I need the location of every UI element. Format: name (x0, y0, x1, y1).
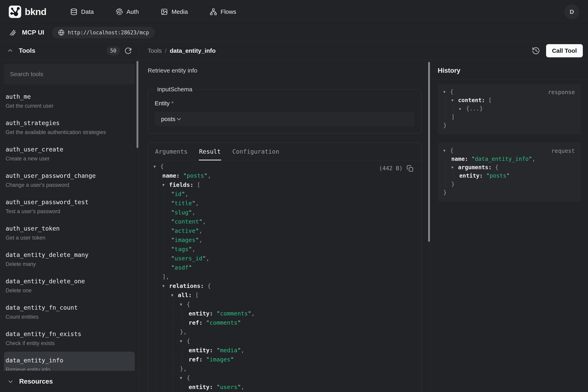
json-line: "active", (154, 226, 414, 235)
sidebar-tool-item[interactable]: data_entity_infoRetrieve entity info (4, 352, 135, 370)
tool-description: Check if entity exists (5, 340, 133, 346)
resources-section-header[interactable]: Resources (0, 370, 139, 392)
sidebar-tool-item[interactable]: data_entity_fn_existsCheck if entity exi… (4, 325, 135, 352)
json-punctuation: [ (488, 97, 492, 104)
indent-guide (154, 382, 162, 392)
sidebar-tool-item[interactable]: auth_meGet the current user (4, 88, 135, 114)
entity-select[interactable]: posts (155, 112, 414, 126)
nav-item-flows[interactable]: Flows (210, 8, 236, 16)
json-line: entity: "media", (154, 346, 414, 355)
nav-item-auth[interactable]: Auth (116, 8, 139, 16)
sidebar-scrollbar[interactable] (137, 61, 138, 148)
content: Tools 50 auth_meGet the current userauth… (0, 42, 588, 392)
tab-arguments[interactable]: Arguments (155, 143, 188, 160)
tab-result[interactable]: Result (199, 143, 221, 160)
json-string-value: slug (175, 209, 189, 216)
copy-icon[interactable] (406, 165, 413, 172)
expanded-toggle-icon[interactable]: ▼ (162, 281, 169, 290)
sidebar-tool-item[interactable]: auth_user_tokenGet a user token (4, 220, 135, 246)
json-line: } (443, 180, 575, 188)
expanded-toggle-icon[interactable]: ▼ (154, 162, 160, 171)
sidebar-tool-item[interactable]: auth_strategiesGet the available authent… (4, 114, 135, 141)
expanded-toggle-icon[interactable]: ▼ (180, 300, 187, 309)
user-avatar[interactable]: D (565, 4, 579, 19)
mcp-title: MCP UI (22, 29, 44, 36)
json-punctuation: [ (195, 292, 198, 298)
expanded-toggle-icon[interactable]: ▼ (451, 96, 458, 104)
indent-guide (154, 309, 162, 318)
chevron-down-icon (7, 378, 14, 385)
call-tool-button[interactable]: Call Tool (546, 44, 583, 57)
tab-bar: Arguments Result Configuration (148, 143, 421, 161)
brand[interactable]: bknd (9, 6, 46, 18)
json-punctuation: , (196, 200, 199, 206)
sidebar-tool-item[interactable]: data_entity_delete_oneDelete one (4, 272, 135, 299)
history-icon[interactable] (532, 46, 540, 55)
json-line: ref: "users" (154, 392, 414, 392)
tool-search[interactable] (4, 64, 135, 84)
json-line: ▼relations: { (154, 281, 414, 290)
indent-guide (443, 163, 451, 172)
sidebar-tool-item[interactable]: auth_user_password_changeChange a user's… (4, 167, 135, 194)
sidebar-tool-item[interactable]: auth_user_createCreate a new user (4, 141, 135, 167)
json-tree: ▼{name: "posts",▼fields: ["id","title","… (154, 162, 414, 392)
expanded-toggle-icon[interactable]: ▼ (180, 373, 187, 382)
expanded-toggle-icon[interactable]: ▼ (443, 146, 450, 155)
nav-item-media[interactable]: Media (161, 8, 188, 16)
sidebar-tool-item[interactable]: auth_user_password_testTest a user's pas… (4, 194, 135, 220)
tool-name: data_entity_delete_many (5, 251, 133, 258)
indent-guide (171, 309, 180, 318)
json-line: } (443, 121, 575, 130)
indent-guide (154, 208, 162, 217)
expanded-toggle-icon[interactable]: ▼ (451, 163, 458, 172)
tool-description: Count entities (5, 314, 133, 320)
tool-detail: Retrieve entity info InputSchema Entity*… (139, 60, 430, 392)
json-line: ref: "comments" (154, 318, 414, 327)
json-string-value: active (175, 227, 196, 234)
json-string-value: asdf (175, 264, 189, 271)
expanded-toggle-icon[interactable]: ▼ (171, 290, 178, 300)
tool-name: auth_me (5, 93, 133, 100)
json-line: ▼{ (154, 373, 414, 382)
main-scrollbar[interactable] (428, 62, 430, 242)
indent-guide (180, 355, 189, 364)
sidebar-tool-item[interactable]: data_entity_delete_manyDelete many (4, 246, 135, 272)
json-punctuation: , (251, 310, 255, 317)
history-entry[interactable]: request▼{name: "data_entity_info",▼argum… (438, 142, 581, 202)
indent-guide (154, 290, 162, 300)
breadcrumb-section[interactable]: Tools (148, 47, 162, 54)
indent-guide (162, 300, 171, 309)
history-entry-type: request (551, 147, 575, 155)
json-line: ▼{ (154, 300, 414, 309)
expanded-toggle-icon[interactable]: ▼ (443, 88, 450, 96)
search-input[interactable] (10, 71, 129, 78)
json-punctuation: {...} (466, 105, 483, 112)
globe-icon (58, 29, 64, 36)
refresh-icon[interactable] (124, 47, 132, 54)
indent-guide (162, 327, 171, 336)
nav-item-label: Data (81, 8, 94, 15)
expanded-toggle-icon[interactable]: ▼ (162, 180, 169, 190)
json-line: "content", (154, 217, 414, 226)
indent-guide (154, 226, 162, 235)
input-schema-legend: InputSchema (155, 86, 195, 93)
nav-item-data[interactable]: Data (70, 8, 94, 16)
indent-guide (154, 392, 162, 392)
entity-select-value: posts (161, 116, 176, 122)
json-key: name: (451, 156, 468, 162)
collapsed-toggle-icon[interactable]: ▶ (459, 104, 466, 113)
sidebar-tool-item[interactable]: data_entity_fn_countCount entities (4, 299, 135, 325)
tool-topbar: Tools / data_entity_info Call Tool (139, 42, 588, 60)
json-punctuation: ] (451, 114, 455, 120)
tab-configuration[interactable]: Configuration (232, 143, 280, 160)
tools-section-header[interactable]: Tools 50 (0, 42, 139, 60)
json-punctuation: , (199, 227, 202, 234)
mcp-url-pill[interactable]: http://localhost:28623/mcp (52, 27, 155, 38)
expanded-toggle-icon[interactable]: ▼ (180, 336, 187, 346)
indent-guide (162, 244, 171, 254)
json-punctuation: , (206, 255, 209, 262)
json-line: "asdf" (154, 263, 414, 272)
history-entry[interactable]: response▼{▼content: [▶{...}]} (438, 84, 581, 134)
tool-name: data_entity_info (5, 357, 133, 364)
json-key: content: (458, 97, 485, 104)
